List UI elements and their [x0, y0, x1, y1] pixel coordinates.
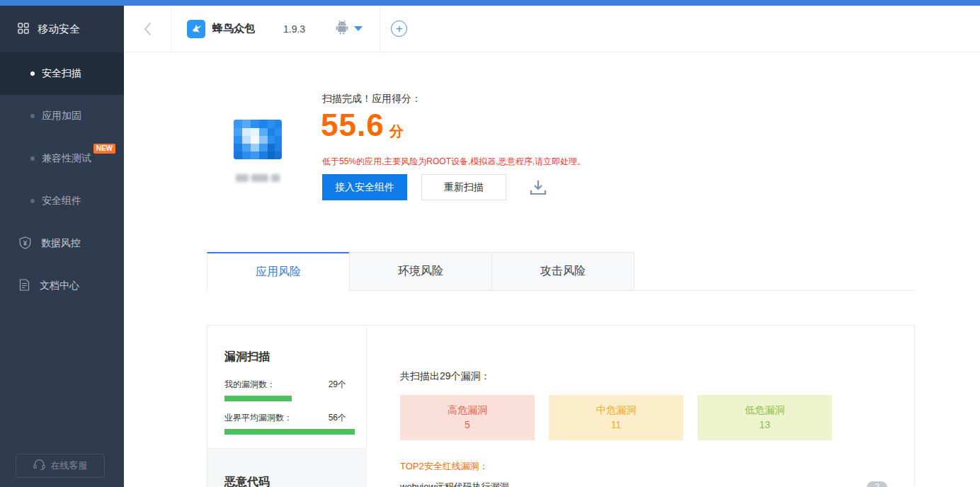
risk-level-boxes: 高危漏洞 5 中危漏洞 11 低危漏洞 13 [400, 395, 887, 440]
online-support-button[interactable]: 在线客服 [16, 454, 105, 478]
bullet-dot [30, 156, 35, 161]
score-value: 55.6 [321, 108, 384, 142]
metric-industry-vulns: 业界平均漏洞数： 56个 [224, 412, 346, 435]
risk-box-count: 13 [697, 418, 832, 432]
vuln-count-badge: 2 [867, 481, 887, 487]
chevron-down-icon [354, 26, 363, 31]
industry-vulns-bar [224, 429, 355, 435]
header-divider [380, 6, 380, 52]
android-icon [335, 20, 349, 38]
risk-box-label: 低危漏洞 [697, 403, 832, 418]
bird-logo-icon [190, 23, 203, 35]
metric-value: 56个 [329, 412, 346, 424]
vuln-detail-area: 共扫描出29个漏洞： 高危漏洞 5 中危漏洞 11 低危漏洞 13 [400, 326, 887, 487]
vuln-name: webview远程代码执行漏洞 [400, 481, 509, 487]
risk-box-high: 高危漏洞 5 [400, 395, 535, 440]
sidebar-item-security-scan[interactable]: 安全扫描 [0, 52, 124, 95]
download-report-icon[interactable] [529, 179, 547, 196]
risk-box-medium: 中危漏洞 11 [549, 395, 683, 440]
sidebar-nav: 安全扫描 应用加固 兼容性测试 NEW 安全组件 [0, 52, 124, 222]
score-unit: 分 [389, 123, 404, 139]
app-name: 蜂鸟众包 [212, 22, 255, 35]
bullet-dot [30, 199, 35, 203]
sidebar-item-app-hardening[interactable]: 应用加固 [0, 95, 124, 137]
sidebar-item-label: 兼容性测试 [42, 152, 91, 165]
app-layout: 移动安全 安全扫描 应用加固 兼容性测试 NEW 安全组件 [0, 6, 980, 487]
vuln-summary-text: 共扫描出29个漏洞： [400, 370, 887, 383]
sidebar-item-data-risk[interactable]: 数据风控 [0, 222, 124, 265]
score-actions: 接入安全组件 重新扫描 [322, 174, 547, 200]
risk-warning-text: 低于55%的应用,主要风险为ROOT设备,模拟器,恶意程序,请立即处理。 [322, 156, 586, 168]
blurred-app-name [236, 174, 280, 182]
risk-box-low: 低危漏洞 13 [697, 395, 832, 440]
scanned-app-icon [234, 120, 282, 159]
metric-label: 我的漏洞数： [224, 379, 275, 391]
sidebar-product-header[interactable]: 移动安全 [0, 6, 124, 52]
vuln-item-webview-rce[interactable]: webview远程代码执行漏洞 2 [400, 481, 887, 487]
metric-my-vulns: 我的漏洞数： 29个 [224, 379, 346, 401]
bullet-dot [30, 71, 35, 76]
risk-box-label: 中危漏洞 [549, 403, 683, 418]
app-logo [187, 20, 205, 38]
content-area: 扫描完成！应用得分： 55.6分 低于55%的应用,主要风险为ROOT设备,模拟… [124, 52, 980, 487]
new-badge: NEW [93, 144, 115, 154]
platform-selector[interactable] [335, 20, 363, 38]
back-button[interactable] [124, 22, 171, 36]
sidebar-item-label: 应用加固 [42, 110, 81, 122]
grid-icon [18, 23, 29, 36]
tab-app-risk[interactable]: 应用风险 [207, 252, 350, 291]
online-support-label: 在线客服 [51, 459, 88, 472]
main-header: 蜂鸟众包 1.9.3 [124, 6, 980, 52]
headset-icon [33, 459, 45, 472]
tab-environment-risk[interactable]: 环境风险 [349, 252, 492, 291]
add-app-button[interactable]: + [391, 21, 407, 37]
sidebar-item-security-component[interactable]: 安全组件 [0, 180, 124, 222]
sidebar-title: 移动安全 [38, 23, 80, 36]
sidebar-item-compatibility-test[interactable]: 兼容性测试 NEW [0, 137, 124, 180]
metric-value: 29个 [329, 379, 346, 391]
tab-attack-risk[interactable]: 攻击风险 [491, 252, 634, 291]
sidebar-item-label: 安全扫描 [42, 67, 81, 80]
shield-icon [19, 236, 31, 251]
risk-box-count: 11 [549, 418, 683, 432]
metric-label: 业界平均漏洞数： [224, 412, 292, 424]
scan-status-text: 扫描完成！应用得分： [322, 93, 421, 105]
sidebar-item-label: 安全组件 [42, 195, 81, 207]
category-malicious-code[interactable]: 恶意代码 [207, 448, 366, 487]
top-accent-bar [0, 0, 980, 6]
risk-box-count: 5 [400, 418, 535, 432]
top2-redline-title: TOP2安全红线漏洞： [400, 460, 887, 473]
my-vulns-bar [224, 396, 292, 401]
app-version: 1.9.3 [283, 23, 305, 35]
risk-tabs: 应用风险 环境风险 攻击风险 [207, 252, 915, 291]
sidebar-section-label: 数据风控 [41, 237, 81, 250]
risk-box-label: 高危漏洞 [400, 403, 535, 418]
rescan-button[interactable]: 重新扫描 [421, 174, 506, 200]
sidebar-item-doc-center[interactable]: 文档中心 [0, 265, 124, 307]
scan-result-panel: 漏洞扫描 我的漏洞数： 29个 业界平均漏洞数： 56个 [207, 325, 915, 487]
sidebar-section-label: 文档中心 [40, 280, 79, 292]
vuln-scan-title: 漏洞扫描 [224, 350, 346, 365]
category-vulnerability-scan[interactable]: 漏洞扫描 我的漏洞数： 29个 业界平均漏洞数： 56个 [207, 326, 367, 487]
bullet-dot [30, 114, 35, 118]
document-icon [19, 279, 30, 293]
main-area: 蜂鸟众包 1.9.3 [124, 6, 980, 487]
app-info: 蜂鸟众包 1.9.3 [171, 6, 407, 52]
sidebar: 移动安全 安全扫描 应用加固 兼容性测试 NEW 安全组件 [0, 6, 124, 487]
access-security-component-button[interactable]: 接入安全组件 [322, 174, 407, 200]
score-line: 55.6分 [321, 108, 404, 143]
